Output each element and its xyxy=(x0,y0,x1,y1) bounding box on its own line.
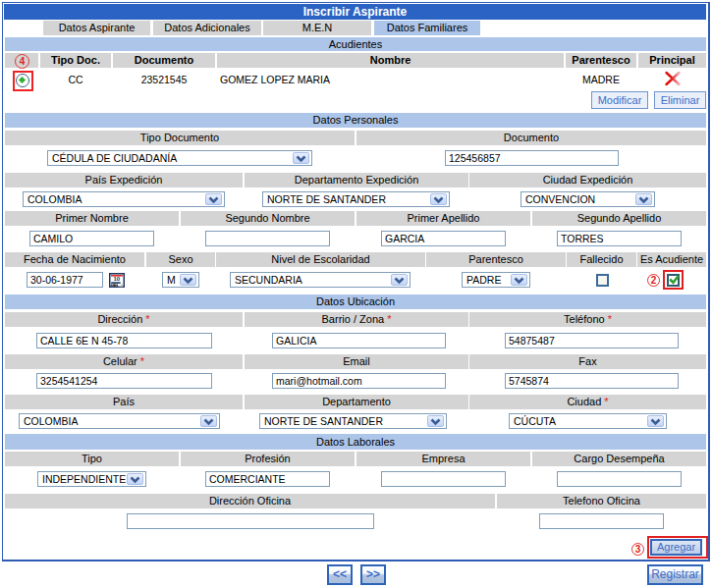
svg-text:10: 10 xyxy=(113,276,120,282)
